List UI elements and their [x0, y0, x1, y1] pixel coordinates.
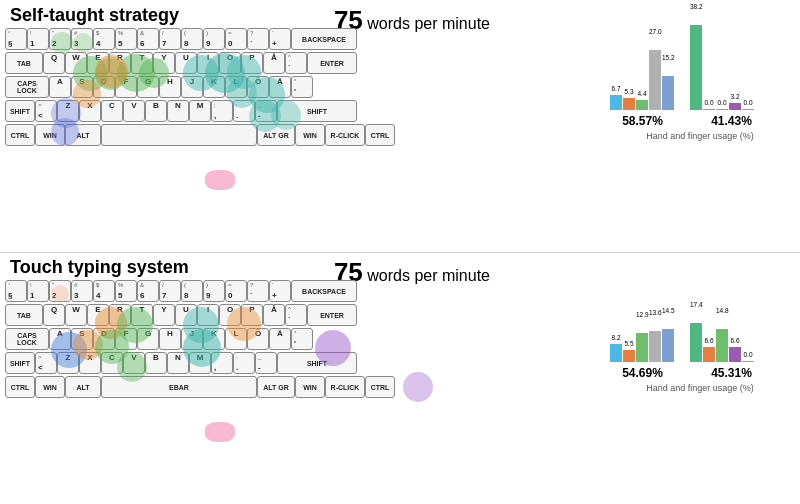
bar-label: 6.6 [729, 337, 741, 344]
top-keyboard: °§ !1 "2 #3 $4 %5 &6 /7 (8 )9 =0 ?` ´+ B… [5, 28, 595, 148]
bar [610, 344, 622, 362]
bar-label: 8.2 [610, 334, 622, 341]
bar-label: 3.2 [729, 93, 741, 100]
bottom-title: Touch typing system [10, 257, 189, 278]
bar [649, 331, 661, 362]
bottom-left-pct: 54.69% [610, 366, 675, 380]
bar [716, 109, 728, 110]
bar-label: 0.0 [703, 99, 715, 106]
bar-label: 5.5 [623, 340, 635, 347]
bar-label: 5.3 [623, 88, 635, 95]
bottom-section: Touch typing system 75 words per minute … [0, 252, 800, 504]
bar [729, 347, 741, 362]
bar-label: 13.6 [649, 309, 661, 316]
bar [690, 323, 702, 362]
bar [662, 76, 674, 110]
bar-label: 6.7 [610, 85, 622, 92]
bar [662, 329, 674, 362]
bar-label: 0.0 [716, 99, 728, 106]
bar-label: 15.2 [662, 54, 674, 61]
bar-label: 14.5 [662, 307, 674, 314]
top-right-pct: 41.43% [699, 114, 764, 128]
bar [703, 109, 715, 110]
bottom-chart: 8.2 5.5 12.9 13.6 [605, 272, 795, 393]
top-left-pct: 58.57% [610, 114, 675, 128]
top-title: Self-taught strategy [10, 5, 179, 26]
bar-label: 0.0 [742, 351, 754, 358]
bar [623, 350, 635, 362]
bar [636, 100, 648, 110]
bar [742, 109, 754, 110]
bar [610, 95, 622, 110]
bottom-chart-title: Hand and finger usage (%) [605, 383, 795, 393]
bottom-right-pct: 45.31% [699, 366, 764, 380]
bar [690, 25, 702, 110]
bar [742, 361, 754, 362]
bar-label: 17.4 [690, 301, 702, 308]
bar-label: 4.4 [636, 90, 648, 97]
bar [716, 329, 728, 362]
bar-label: 6.6 [703, 337, 715, 344]
bar-label: 38.2 [690, 3, 702, 10]
bar [649, 50, 661, 110]
top-chart: 6.7 5.3 4.4 27.0 [605, 20, 795, 141]
bar [623, 98, 635, 110]
top-chart-title: Hand and finger usage (%) [605, 131, 795, 141]
bar [729, 103, 741, 110]
bar-label: 0.0 [742, 99, 754, 106]
top-section: Self-taught strategy 75 words per minute… [0, 0, 800, 252]
bar-label: 27.0 [649, 28, 661, 35]
bar-label: 12.9 [636, 311, 648, 318]
bar-label: 14.8 [716, 307, 728, 314]
bottom-keyboard: °§ !1 "2 #3 $4 %5 &6 /7 (8 )9 =0 ?` ´+ B… [5, 280, 595, 400]
bar [636, 333, 648, 362]
bar [703, 347, 715, 362]
